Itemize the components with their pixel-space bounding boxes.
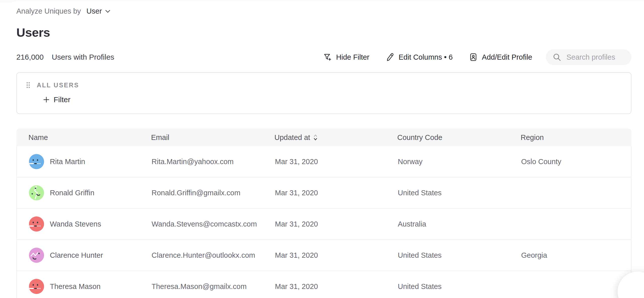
filter-group-header: ALL USERS [26, 81, 631, 89]
profile-count-value: 216,000 [16, 53, 44, 61]
user-country-code: Norway [398, 158, 521, 166]
hide-filter-button[interactable]: Hide Filter [323, 53, 369, 62]
edit-columns-label: Edit Columns • 6 [399, 53, 453, 61]
user-email: Theresa.Mason@gmailx.com [152, 282, 275, 291]
user-email: Ronald.Griffin@gmailx.com [152, 189, 275, 197]
magnifier-icon [552, 53, 561, 62]
user-email: Wanda.Stevens@comcastx.com [152, 220, 275, 228]
search-profiles-box[interactable] [546, 49, 631, 65]
user-updated-at: Mar 31, 2020 [275, 220, 398, 228]
user-region: Georgia [521, 251, 619, 259]
user-country-code: Australia [398, 220, 521, 228]
user-name: Theresa Mason [50, 282, 101, 291]
filter-panel: ALL USERS Filter [16, 72, 631, 114]
table-row[interactable]: Ronald Griffin Ronald.Griffin@gmailx.com… [17, 177, 631, 209]
avatar [29, 279, 44, 294]
crack-smile-face-icon [29, 185, 44, 200]
column-header-name[interactable]: Name [28, 133, 151, 142]
drag-handle-icon[interactable] [26, 81, 31, 89]
table-row[interactable]: Rita Martin Rita.Martin@yahoox.com Mar 3… [17, 146, 631, 177]
zigzag-smile-face-icon [29, 248, 44, 263]
column-header-email[interactable]: Email [151, 133, 274, 142]
uniques-by-value: User [86, 7, 102, 15]
plus-icon [43, 96, 50, 103]
dash-mouth-face-icon [29, 216, 44, 232]
user-name: Rita Martin [50, 158, 85, 166]
profile-count-label: Users with Profiles [52, 53, 114, 61]
user-name: Clarence Hunter [50, 251, 103, 259]
analyze-uniques-label: Analyze Uniques by [16, 7, 81, 15]
user-name-cell: Rita Martin [29, 154, 152, 169]
stats-toolbar-row: 216,000 Users with Profiles Hide Filter [16, 49, 631, 65]
user-name-cell: Clarence Hunter [29, 248, 152, 263]
pencil-icon [385, 53, 395, 62]
user-updated-at: Mar 31, 2020 [275, 282, 398, 291]
user-region: Oslo County [521, 158, 619, 166]
column-header-updated-at[interactable]: Updated at [274, 133, 397, 142]
user-country-code: United States [398, 189, 521, 197]
user-name: Ronald Griffin [50, 189, 94, 197]
avatar [29, 248, 44, 263]
user-name-cell: Ronald Griffin [29, 185, 152, 200]
table-row[interactable]: Theresa Mason Theresa.Mason@gmailx.com M… [17, 271, 631, 298]
table-row[interactable]: Clarence Hunter Clarence.Hunter@outlookx… [17, 240, 631, 271]
column-header-country-code[interactable]: Country Code [397, 133, 521, 142]
table-body: Rita Martin Rita.Martin@yahoox.com Mar 3… [16, 146, 631, 298]
user-email: Rita.Martin@yahoox.com [152, 158, 275, 166]
user-updated-at: Mar 31, 2020 [275, 251, 398, 259]
add-edit-profile-label: Add/Edit Profile [482, 53, 532, 61]
users-table: Name Email Updated at Country Code Regio… [16, 129, 631, 298]
user-name: Wanda Stevens [50, 220, 101, 228]
chevron-down-icon [105, 10, 111, 13]
funnel-plus-icon [323, 53, 332, 62]
page-title: Users [16, 25, 631, 40]
toolbar: Hide Filter Edit Columns • 6 [323, 49, 631, 65]
user-country-code: United States [398, 282, 521, 291]
avatar [29, 185, 44, 200]
add-filter-button[interactable]: Filter [43, 95, 70, 104]
user-country-code: United States [398, 251, 521, 259]
profile-count: 216,000 Users with Profiles [16, 53, 114, 61]
users-page: Analyze Uniques by User Users 216,000 Us… [0, 0, 644, 298]
search-profiles-input[interactable] [566, 53, 625, 62]
table-header: Name Email Updated at Country Code Regio… [16, 129, 631, 146]
profile-card-icon [469, 53, 478, 62]
dash-mouth-face-icon [29, 279, 44, 294]
sort-chevrons-icon[interactable] [313, 134, 318, 141]
user-name-cell: Theresa Mason [29, 279, 152, 294]
analyze-uniques-row: Analyze Uniques by User [16, 7, 631, 15]
add-filter-label: Filter [54, 95, 70, 104]
dash-mouth-face-icon [29, 154, 44, 169]
user-email: Clarence.Hunter@outlookx.com [152, 251, 275, 259]
filter-group-label: ALL USERS [37, 82, 79, 89]
avatar [29, 216, 44, 232]
user-name-cell: Wanda Stevens [29, 216, 152, 232]
edit-columns-button[interactable]: Edit Columns • 6 [385, 53, 453, 62]
user-updated-at: Mar 31, 2020 [275, 158, 398, 166]
hide-filter-label: Hide Filter [336, 53, 369, 61]
add-edit-profile-button[interactable]: Add/Edit Profile [469, 53, 532, 62]
avatar [29, 154, 44, 169]
uniques-by-dropdown[interactable]: User [86, 7, 110, 15]
table-row[interactable]: Wanda Stevens Wanda.Stevens@comcastx.com… [17, 209, 631, 240]
column-header-region[interactable]: Region [521, 133, 619, 142]
user-updated-at: Mar 31, 2020 [275, 189, 398, 197]
